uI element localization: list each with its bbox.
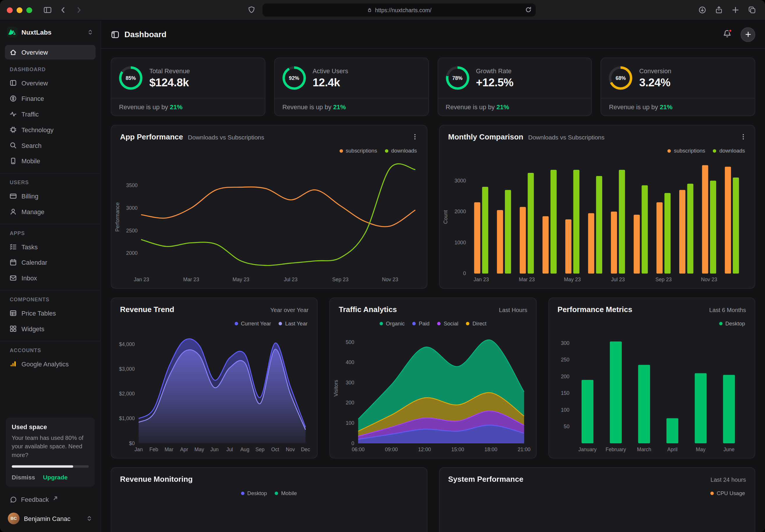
legend-item: subscriptions [340, 148, 377, 154]
card-menu-button[interactable] [736, 131, 750, 144]
sidebar-item-label: Technology [22, 126, 54, 133]
notifications-button[interactable] [721, 28, 733, 40]
downloads-button[interactable] [696, 4, 709, 17]
svg-text:1000: 1000 [454, 240, 465, 246]
sidebar-item-inbox[interactable]: Inbox [5, 271, 96, 285]
svg-text:12:00: 12:00 [418, 447, 431, 452]
user-menu[interactable]: BC Benjamin Canac [4, 509, 97, 528]
new-tab-button[interactable] [729, 4, 742, 17]
svg-text:$1,000: $1,000 [119, 415, 135, 421]
sidebar-item-manage[interactable]: Manage [5, 204, 96, 219]
add-button[interactable] [741, 27, 755, 42]
kpi-percent: 68% [611, 69, 630, 88]
sidebar-item-label: Overview [22, 49, 48, 56]
sidebar: NuxtLabs OverviewDASHBOARDOverviewFinanc… [0, 20, 101, 532]
svg-text:Jul: Jul [227, 447, 233, 452]
url-text: https://nuxtcharts.com/ [375, 7, 431, 13]
svg-text:Sep 23: Sep 23 [332, 276, 349, 282]
sidebar-item-label: Price Tables [22, 309, 56, 317]
svg-text:200: 200 [561, 374, 569, 379]
sidebar-item-mobile[interactable]: Mobile [5, 154, 96, 168]
close-window-button[interactable] [7, 7, 13, 13]
svg-text:Jan 23: Jan 23 [134, 276, 149, 282]
zoom-window-button[interactable] [26, 7, 32, 13]
sidebar-item-label: Calendar [22, 259, 47, 266]
sidebar-item-google-analytics[interactable]: Google Analytics [5, 356, 96, 371]
sidebar-item-finance[interactable]: Finance [5, 91, 96, 106]
upgrade-button[interactable]: Upgrade [43, 474, 68, 481]
svg-text:Nov: Nov [286, 447, 295, 452]
svg-text:100: 100 [346, 420, 355, 426]
browser-toolbar-right [696, 4, 758, 17]
svg-text:Apr: Apr [180, 447, 188, 452]
tab-overview-button[interactable] [746, 4, 758, 17]
chip-icon [9, 126, 17, 134]
card-title: Revenue Monitoring [120, 475, 193, 484]
svg-text:15:00: 15:00 [451, 447, 464, 452]
kpi-footer: Revenue is up by 21% [601, 98, 755, 115]
sidebar-item-label: Overview [22, 79, 48, 87]
kpi-card: 68% Conversion 3.24% Revenue is up by 21… [601, 58, 755, 116]
svg-text:Sep 23: Sep 23 [655, 276, 671, 282]
kpi-label: Growth Rate [476, 67, 513, 74]
inbox-icon [9, 274, 17, 282]
performance-metrics-chart: 50100150200250300JanuaryFebruaryMarchApr… [551, 328, 750, 455]
sidebar-item-label: Inbox [22, 274, 37, 281]
privacy-shield-icon[interactable] [245, 4, 258, 17]
traffic-analytics-chart: 0100200300400500Visitors06:0009:0012:001… [332, 328, 531, 455]
address-bar[interactable]: https://nuxtcharts.com/ [263, 3, 536, 17]
coin-icon [9, 95, 17, 103]
sidebar-item-search[interactable]: Search [5, 138, 96, 153]
chart-legend: Desktop [549, 316, 755, 327]
legend-item: downloads [713, 148, 745, 154]
kpi-value: $124.8k [149, 76, 190, 89]
sidebar-item-technology[interactable]: Technology [5, 122, 96, 137]
feedback-label: Feedback [21, 496, 49, 503]
sidebar-item-calendar[interactable]: Calendar [5, 255, 96, 269]
section-label: ACCOUNTS [0, 341, 101, 356]
chart-legend: CPU Usage [439, 486, 755, 497]
card-title: Traffic Analytics [339, 305, 397, 314]
sidebar-item-overview[interactable]: Overview [5, 76, 96, 90]
svg-text:3500: 3500 [126, 183, 138, 188]
sidebar-item-widgets[interactable]: Widgets [5, 321, 96, 336]
feedback-link[interactable]: Feedback [0, 492, 101, 508]
kpi-value: +12.5% [476, 76, 513, 89]
browser-sidebar-toggle-button[interactable] [41, 4, 54, 17]
sidebar-item-overview[interactable]: Overview [5, 45, 96, 59]
kpi-ring: 92% [282, 66, 306, 90]
revenue-monitoring-card: Revenue Monitoring DesktopMobile [111, 467, 427, 532]
back-button[interactable] [57, 4, 69, 17]
svg-text:Feb: Feb [149, 447, 158, 452]
forward-button[interactable] [72, 4, 85, 17]
svg-text:250: 250 [561, 357, 569, 363]
share-button[interactable] [712, 4, 725, 17]
legend-item: Last Year [279, 320, 308, 326]
section-label: DASHBOARD [0, 60, 101, 75]
svg-text:2000: 2000 [454, 209, 465, 215]
minimize-window-button[interactable] [17, 7, 22, 13]
kpi-label: Total Revenue [149, 67, 190, 74]
card-menu-button[interactable] [408, 131, 422, 144]
sidebar-item-billing[interactable]: Billing [5, 189, 96, 204]
dismiss-button[interactable]: Dismiss [12, 474, 35, 481]
reload-button[interactable] [524, 6, 532, 14]
sidebar-item-label: Traffic [22, 110, 39, 118]
workspace-switcher[interactable]: NuxtLabs [0, 20, 101, 44]
chart-legend: DesktopMobile [111, 486, 427, 497]
card-title: System Performance [448, 475, 523, 484]
sidebar-item-traffic[interactable]: Traffic [5, 107, 96, 122]
system-performance-chart [441, 498, 750, 532]
svg-text:Dec: Dec [301, 447, 310, 452]
table-icon [9, 309, 17, 317]
svg-text:3000: 3000 [126, 205, 138, 211]
svg-text:$2,000: $2,000 [119, 391, 135, 397]
sidebar-item-price-tables[interactable]: Price Tables [5, 306, 96, 320]
performance-metrics-card: Performance Metrics Last 6 Months Deskto… [548, 297, 755, 458]
user-name: Benjamin Canac [24, 515, 70, 522]
sidebar-item-tasks[interactable]: Tasks [5, 240, 96, 254]
svg-text:Mar: Mar [165, 447, 173, 452]
kpi-footer: Revenue is up by 21% [438, 98, 591, 115]
svg-text:May 23: May 23 [564, 276, 581, 282]
sidebar-item-label: Widgets [22, 325, 44, 332]
